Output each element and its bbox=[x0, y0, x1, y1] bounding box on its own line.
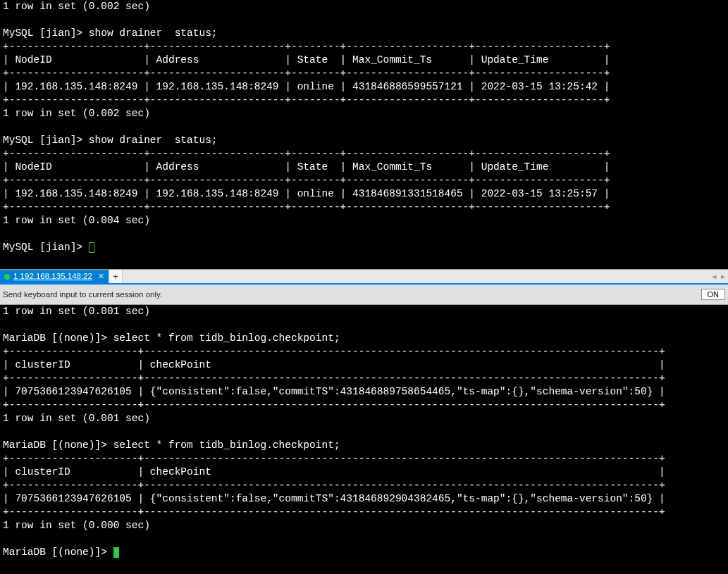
result-count-line: 1 row in set (0.000 sec) bbox=[3, 520, 150, 531]
session-tab-label: 1 192.168.135.148:22 bbox=[13, 270, 92, 283]
result-count-line: 1 row in set (0.002 sec) bbox=[3, 1, 150, 12]
table-border: +---------------------+-----------------… bbox=[3, 506, 665, 518]
table-border: +----------------------+----------------… bbox=[3, 201, 610, 213]
keyboard-info-bar: Send keyboard input to current session o… bbox=[0, 285, 728, 305]
toggle-on-button[interactable]: ON bbox=[701, 289, 726, 300]
table-header: | NodeID | Address | State | Max_Commit_… bbox=[3, 161, 610, 173]
tab-nav-arrows[interactable]: ◄ ► bbox=[710, 270, 727, 283]
cursor-icon bbox=[113, 547, 119, 558]
table-border: +---------------------+-----------------… bbox=[3, 480, 665, 491]
mysql-prompt-idle: MySQL [jian]> bbox=[3, 242, 89, 253]
new-tab-button[interactable]: + bbox=[109, 270, 123, 283]
table-border: +----------------------+----------------… bbox=[3, 41, 610, 52]
result-count-line: 1 row in set (0.001 sec) bbox=[3, 306, 150, 317]
mariadb-prompt-idle: MariaDB [(none)]> bbox=[3, 547, 113, 558]
mysql-terminal-pane[interactable]: 1 row in set (0.002 sec) MySQL [jian]> s… bbox=[0, 0, 728, 269]
table-border: +---------------------+-----------------… bbox=[3, 399, 665, 411]
table-border: +----------------------+----------------… bbox=[3, 148, 610, 159]
mysql-prompt-line: MySQL [jian]> show drainer status; bbox=[3, 135, 218, 146]
mariadb-prompt-line: MariaDB [(none)]> select * from tidb_bin… bbox=[3, 439, 340, 451]
table-row: | 7075366123947626105 | {"consistent":fa… bbox=[3, 493, 665, 504]
table-border: +---------------------+-----------------… bbox=[3, 346, 665, 357]
table-border: +----------------------+----------------… bbox=[3, 68, 610, 79]
mariadb-terminal-pane[interactable]: 1 row in set (0.001 sec) MariaDB [(none)… bbox=[0, 305, 728, 573]
keyboard-info-text: Send keyboard input to current session o… bbox=[3, 288, 162, 301]
table-row: | 192.168.135.148:8249 | 192.168.135.148… bbox=[3, 81, 610, 92]
close-icon[interactable]: ✕ bbox=[96, 270, 104, 283]
result-count-line: 1 row in set (0.004 sec) bbox=[3, 215, 150, 226]
mysql-prompt-line: MySQL [jian]> show drainer status; bbox=[3, 27, 218, 39]
status-dot-icon bbox=[4, 274, 10, 280]
table-row: | 7075366123947626105 | {"consistent":fa… bbox=[3, 386, 665, 397]
table-header: | clusterID | checkPoint | bbox=[3, 359, 665, 370]
cursor-icon bbox=[89, 242, 94, 253]
session-tab-bar: 1 192.168.135.148:22 ✕ + ◄ ► bbox=[0, 269, 728, 285]
table-border: +---------------------+-----------------… bbox=[3, 453, 665, 464]
mariadb-prompt-line: MariaDB [(none)]> select * from tidb_bin… bbox=[3, 332, 340, 344]
table-border: +----------------------+----------------… bbox=[3, 175, 610, 186]
result-count-line: 1 row in set (0.002 sec) bbox=[3, 108, 150, 119]
table-border: +---------------------+-----------------… bbox=[3, 373, 665, 384]
table-row: | 192.168.135.148:8249 | 192.168.135.148… bbox=[3, 188, 610, 199]
result-count-line: 1 row in set (0.001 sec) bbox=[3, 413, 150, 424]
table-header: | clusterID | checkPoint | bbox=[3, 466, 665, 478]
table-header: | NodeID | Address | State | Max_Commit_… bbox=[3, 54, 610, 65]
session-tab[interactable]: 1 192.168.135.148:22 ✕ bbox=[0, 270, 109, 283]
table-border: +----------------------+----------------… bbox=[3, 94, 610, 106]
